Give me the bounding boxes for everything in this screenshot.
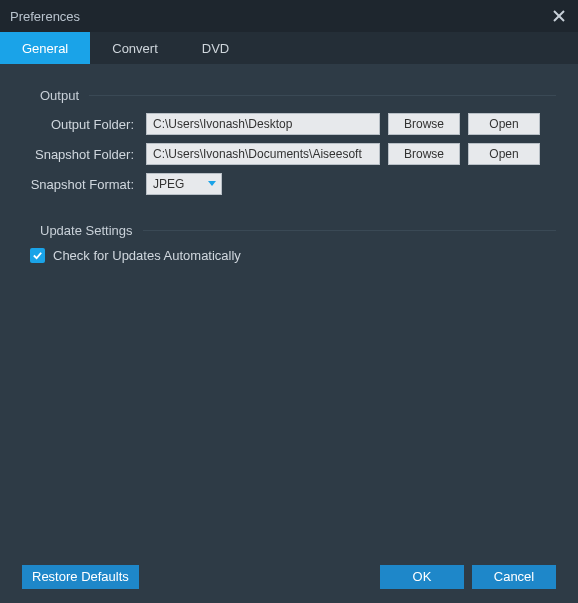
snapshot-folder-browse-button[interactable]: Browse — [388, 143, 460, 165]
section-update-header: Update Settings — [22, 223, 556, 238]
check-updates-row: Check for Updates Automatically — [30, 248, 556, 263]
restore-defaults-button[interactable]: Restore Defaults — [22, 565, 139, 589]
ok-button[interactable]: OK — [380, 565, 464, 589]
check-updates-label: Check for Updates Automatically — [53, 248, 241, 263]
section-update-label: Update Settings — [22, 223, 133, 238]
footer: Restore Defaults OK Cancel — [0, 551, 578, 603]
tab-dvd[interactable]: DVD — [180, 32, 251, 64]
tab-general[interactable]: General — [0, 32, 90, 64]
output-folder-open-button[interactable]: Open — [468, 113, 540, 135]
snapshot-format-select[interactable]: JPEG — [146, 173, 222, 195]
snapshot-folder-label: Snapshot Folder: — [22, 147, 138, 162]
snapshot-folder-input[interactable] — [146, 143, 380, 165]
section-output-header: Output — [22, 88, 556, 103]
section-divider — [143, 230, 556, 231]
svg-marker-2 — [208, 181, 216, 186]
output-folder-browse-button[interactable]: Browse — [388, 113, 460, 135]
chevron-down-icon — [207, 177, 217, 191]
snapshot-format-value: JPEG — [153, 177, 184, 191]
section-divider — [89, 95, 556, 96]
snapshot-format-label: Snapshot Format: — [22, 177, 138, 192]
output-folder-label: Output Folder: — [22, 117, 138, 132]
cancel-button[interactable]: Cancel — [472, 565, 556, 589]
titlebar: Preferences — [0, 0, 578, 32]
checkmark-icon — [32, 250, 43, 261]
close-icon — [553, 10, 565, 22]
tab-convert[interactable]: Convert — [90, 32, 180, 64]
snapshot-format-row: Snapshot Format: JPEG — [22, 173, 556, 195]
output-folder-input[interactable] — [146, 113, 380, 135]
snapshot-folder-row: Snapshot Folder: Browse Open — [22, 143, 556, 165]
check-updates-checkbox[interactable] — [30, 248, 45, 263]
content-pane: Output Output Folder: Browse Open Snapsh… — [0, 64, 578, 551]
tab-bar: General Convert DVD — [0, 32, 578, 64]
window-title: Preferences — [10, 9, 80, 24]
section-output-label: Output — [22, 88, 79, 103]
snapshot-folder-open-button[interactable]: Open — [468, 143, 540, 165]
close-button[interactable] — [550, 7, 568, 25]
output-folder-row: Output Folder: Browse Open — [22, 113, 556, 135]
